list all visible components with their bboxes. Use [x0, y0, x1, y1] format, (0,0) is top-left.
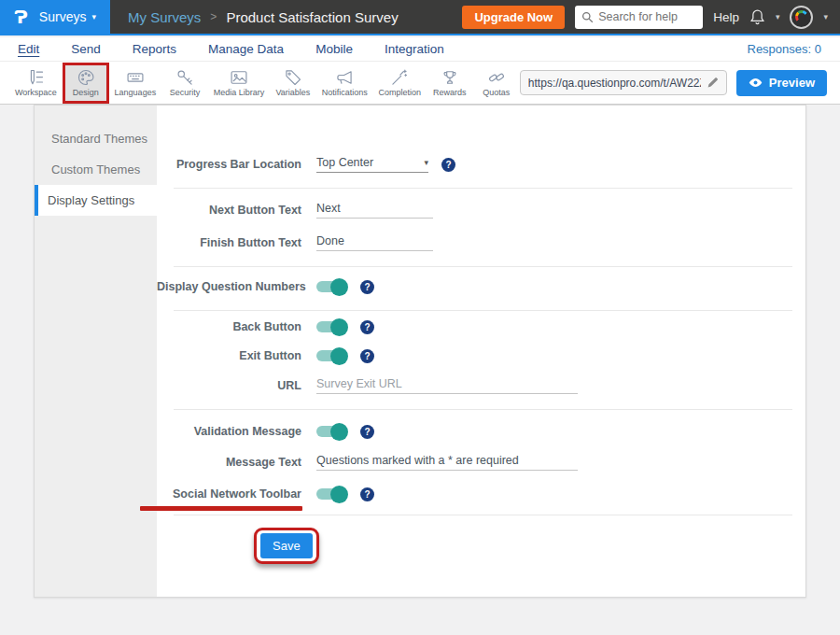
sidebar-item-standard-themes[interactable]: Standard Themes [35, 123, 157, 154]
exit-url-label: URL [157, 379, 301, 392]
social-network-toolbar-label: Social Network Toolbar [157, 487, 301, 501]
toolbar-item-notifications[interactable]: Notifications [316, 64, 373, 103]
help-icon[interactable]: ? [360, 320, 374, 334]
notifications-bell-icon[interactable] [749, 8, 765, 26]
select-value: Top Center [316, 156, 373, 169]
next-button-text-label: Next Button Text [157, 204, 301, 217]
toolbar-item-variables[interactable]: Variables [270, 64, 316, 103]
display-question-numbers-toggle[interactable] [316, 281, 345, 292]
top-header: Ɂ Surveys ▾ My Surveys > Product Satisfa… [0, 0, 840, 35]
questionpro-logo-icon: Ɂ [14, 7, 28, 27]
languages-icon [126, 68, 145, 87]
next-button-text-input[interactable] [316, 202, 433, 219]
display-settings-form: Progress Bar Location Top Center ▾ ? Nex… [157, 106, 805, 597]
help-icon[interactable]: ? [360, 487, 374, 501]
chevron-down-icon: ▾ [424, 158, 428, 167]
page-title: Product Satisfaction Survey [226, 9, 398, 25]
workspace-icon [26, 68, 45, 87]
divider [174, 310, 792, 311]
chevron-down-icon: ▾ [91, 12, 96, 21]
edit-url-pencil-icon[interactable] [707, 77, 719, 89]
completion-wand-icon [390, 68, 409, 87]
toolbar-item-languages[interactable]: Languages [109, 64, 161, 103]
display-question-numbers-label: Display Question Numbers [157, 280, 301, 293]
back-button-toggle[interactable] [316, 321, 345, 332]
breadcrumb-separator: > [210, 10, 217, 23]
toolbar-item-security[interactable]: Security [161, 64, 208, 103]
product-menu-label: Surveys [39, 9, 87, 24]
back-button-label: Back Button [157, 320, 301, 333]
tab-integration[interactable]: Integration [369, 42, 460, 56]
chevron-down-icon[interactable]: ▾ [823, 12, 828, 21]
tab-edit[interactable]: Edit [13, 42, 55, 56]
breadcrumb: My Surveys > Product Satisfaction Survey [128, 9, 399, 25]
help-link[interactable]: Help [713, 10, 739, 24]
preview-button[interactable]: Preview [736, 70, 827, 96]
help-search-box[interactable] [575, 6, 703, 29]
sidebar-item-display-settings[interactable]: Display Settings [35, 185, 157, 216]
edit-toolbar: Workspace Design Languages Security Medi… [0, 62, 840, 105]
divider [174, 515, 792, 515]
toolbar-item-rewards[interactable]: Rewards [427, 64, 473, 103]
finish-button-text-input[interactable] [316, 234, 433, 251]
red-underline-annotation [140, 506, 302, 511]
exit-button-toggle[interactable] [316, 350, 345, 361]
eye-icon [749, 78, 763, 88]
variables-icon [284, 68, 302, 87]
tab-manage-data[interactable]: Manage Data [192, 42, 300, 56]
divider [174, 266, 792, 267]
message-text-label: Message Text [157, 456, 301, 469]
save-button[interactable]: Save [260, 533, 313, 558]
divider [174, 409, 792, 410]
design-sidebar: Standard Themes Custom Themes Display Se… [35, 106, 157, 597]
survey-url-value: https://qa.questionpro.com/t/AW22Zcq2J [528, 77, 701, 90]
validation-message-toggle[interactable] [316, 426, 345, 437]
avatar-arc-icon [795, 10, 808, 23]
upgrade-now-button[interactable]: Upgrade Now [462, 6, 565, 29]
red-box-annotation: Save [254, 528, 319, 564]
survey-url-field[interactable]: https://qa.questionpro.com/t/AW22Zcq2J [520, 70, 727, 95]
progress-bar-location-select[interactable]: Top Center ▾ [316, 156, 428, 173]
search-input[interactable] [598, 10, 696, 23]
toolbar-item-completion[interactable]: Completion [373, 64, 427, 103]
surveys-product-menu[interactable]: Ɂ Surveys ▾ [0, 0, 110, 34]
tab-send[interactable]: Send [55, 42, 117, 56]
account-avatar[interactable] [790, 6, 813, 29]
rewards-trophy-icon [441, 68, 459, 87]
sidebar-item-custom-themes[interactable]: Custom Themes [35, 154, 157, 185]
toolbar-item-media-library[interactable]: Media Library [208, 64, 270, 103]
tab-reports[interactable]: Reports [117, 42, 192, 56]
exit-url-input[interactable] [316, 377, 578, 394]
breadcrumb-my-surveys[interactable]: My Surveys [128, 9, 201, 25]
security-icon [175, 68, 194, 87]
main-nav: Edit Send Reports Manage Data Mobile Int… [0, 37, 840, 62]
design-settings-panel: Standard Themes Custom Themes Display Se… [34, 105, 806, 598]
validation-message-label: Validation Message [157, 425, 301, 438]
message-text-input[interactable] [316, 454, 578, 471]
search-icon [581, 11, 594, 23]
exit-button-label: Exit Button [157, 349, 301, 362]
media-library-icon [230, 68, 248, 87]
tab-mobile[interactable]: Mobile [300, 42, 369, 56]
toolbar-item-workspace[interactable]: Workspace [9, 64, 63, 103]
responses-count[interactable]: Responses: 0 [748, 42, 828, 56]
toolbar-item-design[interactable]: Design [63, 63, 109, 104]
social-network-toolbar-toggle[interactable] [316, 488, 345, 500]
chevron-down-icon[interactable]: ▾ [776, 12, 780, 21]
help-icon[interactable]: ? [360, 425, 374, 439]
notifications-megaphone-icon [335, 68, 354, 87]
divider [174, 188, 792, 189]
help-icon[interactable]: ? [441, 158, 455, 172]
finish-button-text-label: Finish Button Text [157, 236, 301, 249]
quotas-link-icon [487, 68, 506, 87]
design-icon [77, 68, 95, 87]
help-icon[interactable]: ? [360, 280, 374, 294]
help-icon[interactable]: ? [360, 349, 374, 363]
toolbar-item-quotas[interactable]: Quotas [473, 64, 520, 103]
progress-bar-location-label: Progress Bar Location [157, 158, 301, 171]
